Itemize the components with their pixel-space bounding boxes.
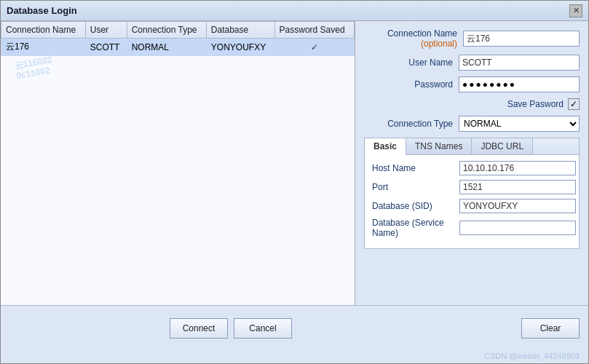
tabs-header: Basic TNS Names JDBC URL bbox=[365, 138, 579, 155]
password-row: Password bbox=[364, 76, 580, 92]
connection-name-input[interactable] bbox=[463, 31, 580, 47]
tabs-body: Host Name Port Database (SID) bbox=[365, 155, 579, 248]
host-name-label: Host Name bbox=[372, 163, 459, 173]
bottom-panel: Connect Cancel Clear CSDN @weixin_442489… bbox=[1, 305, 588, 363]
main-content: Connection Name User Connection Type Dat… bbox=[1, 21, 588, 305]
watermark-bottom: CSDN @weixin_44248903 bbox=[1, 350, 588, 363]
database-service-input[interactable] bbox=[459, 221, 576, 235]
connection-type-select[interactable]: NORMAL TNS JDBC bbox=[459, 116, 580, 132]
save-password-label: Save Pasword bbox=[507, 99, 564, 109]
username-label: User Name bbox=[364, 58, 459, 68]
cancel-button[interactable]: Cancel bbox=[234, 318, 292, 339]
clear-button[interactable]: Clear bbox=[521, 318, 580, 339]
right-panel: Connection Name (optional) User Name Pas… bbox=[355, 21, 588, 305]
database-sid-row: Database (SID) bbox=[372, 199, 572, 213]
col-connection-name: Connection Name bbox=[1, 22, 86, 39]
save-password-row: Save Pasword ✓ bbox=[364, 98, 580, 110]
connections-table-container: Connection Name User Connection Type Dat… bbox=[1, 21, 355, 305]
password-input[interactable] bbox=[459, 76, 580, 92]
button-row: Connect Cancel Clear bbox=[1, 306, 588, 350]
tabs-container: Basic TNS Names JDBC URL Host Name Port bbox=[364, 138, 580, 249]
col-connection-type: Connection Type bbox=[127, 22, 206, 39]
host-name-row: Host Name bbox=[372, 161, 572, 175]
col-database: Database bbox=[206, 22, 274, 39]
cell-password-saved: ✓ bbox=[274, 39, 354, 56]
database-sid-label: Database (SID) bbox=[372, 201, 459, 211]
left-panel: Connection Name User Connection Type Dat… bbox=[1, 21, 355, 305]
connections-table: Connection Name User Connection Type Dat… bbox=[1, 21, 355, 56]
table-row[interactable]: 云176 SCOTT NORMAL YONYOUFXY ✓ bbox=[1, 39, 355, 56]
database-service-row: Database (Service Name) bbox=[372, 218, 572, 238]
port-row: Port bbox=[372, 180, 572, 194]
port-input[interactable] bbox=[459, 180, 576, 194]
tab-basic[interactable]: Basic bbox=[365, 138, 406, 155]
connection-name-label: Connection Name (optional) bbox=[364, 28, 463, 49]
tab-jdbc-url[interactable]: JDBC URL bbox=[472, 138, 533, 154]
database-sid-input[interactable] bbox=[459, 199, 576, 213]
connect-button[interactable]: Connect bbox=[170, 318, 228, 339]
col-password-saved: Password Saved bbox=[274, 22, 354, 39]
connection-name-row: Connection Name (optional) bbox=[364, 28, 580, 49]
connection-type-row: Connection Type NORMAL TNS JDBC bbox=[364, 116, 580, 132]
host-name-input[interactable] bbox=[459, 161, 576, 175]
cell-database: YONYOUFXY bbox=[206, 39, 274, 56]
table-header-row: Connection Name User Connection Type Dat… bbox=[1, 22, 355, 39]
connection-type-label: Connection Type bbox=[364, 119, 459, 129]
username-row: User Name bbox=[364, 55, 580, 71]
right-buttons: Clear bbox=[521, 318, 580, 339]
username-input[interactable] bbox=[459, 55, 580, 71]
tab-tns-names[interactable]: TNS Names bbox=[406, 138, 472, 154]
title-bar: Database Login ✕ bbox=[1, 1, 588, 21]
password-label: Password bbox=[364, 79, 459, 90]
close-button[interactable]: ✕ bbox=[569, 4, 582, 17]
database-login-window: Database Login ✕ Connection Name User Co… bbox=[0, 0, 589, 364]
watermark-text: 云116022 0c11002 bbox=[14, 55, 55, 82]
cell-connection-type: NORMAL bbox=[127, 39, 206, 56]
col-user: User bbox=[85, 22, 127, 39]
save-password-checkbox[interactable]: ✓ bbox=[568, 98, 580, 110]
left-buttons: Connect Cancel bbox=[170, 318, 292, 339]
database-service-label: Database (Service Name) bbox=[372, 218, 459, 238]
window-title: Database Login bbox=[7, 5, 569, 16]
cell-connection-name: 云176 bbox=[1, 39, 86, 56]
cell-user: SCOTT bbox=[85, 39, 127, 56]
port-label: Port bbox=[372, 182, 459, 192]
